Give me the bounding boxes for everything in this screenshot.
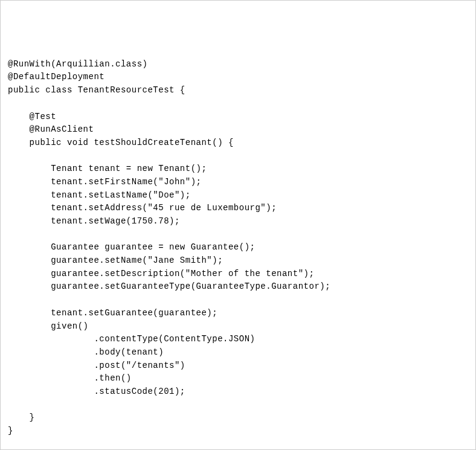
code-line: tenant.setFirstName("John"); [8, 177, 201, 187]
code-line: tenant.setGuarantee(guarantee); [8, 308, 217, 318]
code-line: @DefaultDeployment [8, 72, 105, 82]
code-line: .statusCode(201); [8, 387, 185, 396]
code-line: } [8, 413, 35, 422]
code-line: .then() [8, 373, 132, 383]
code-line: Guarantee guarantee = new Guarantee(); [8, 242, 255, 252]
code-line: @RunWith(Arquillian.class) [8, 59, 147, 69]
code-line: given() [8, 321, 89, 331]
code-line: guarantee.setDescription("Mother of the … [8, 269, 314, 278]
code-line: tenant.setAddress("45 rue de Luxembourg"… [8, 203, 277, 213]
code-line: guarantee.setGuaranteeType(GuaranteeType… [8, 281, 330, 291]
code-line: guarantee.setName("Jane Smith"); [8, 256, 223, 265]
code-line: @Test [8, 112, 56, 121]
code-line: public void testShouldCreateTenant() { [8, 138, 234, 147]
code-line: Tenant tenant = new Tenant(); [8, 164, 207, 173]
code-line: tenant.setLastName("Doe"); [8, 190, 191, 200]
code-line: .body(tenant) [8, 347, 164, 357]
code-line: .post("/tenants") [8, 361, 185, 370]
code-line: @RunAsClient [8, 124, 94, 134]
code-line: tenant.setWage(1750.78); [8, 216, 180, 226]
code-line: .contentType(ContentType.JSON) [8, 334, 255, 344]
code-line: public class TenantResourceTest { [8, 85, 185, 95]
code-line: } [8, 426, 13, 436]
code-block: @RunWith(Arquillian.class) @DefaultDeplo… [8, 58, 468, 438]
